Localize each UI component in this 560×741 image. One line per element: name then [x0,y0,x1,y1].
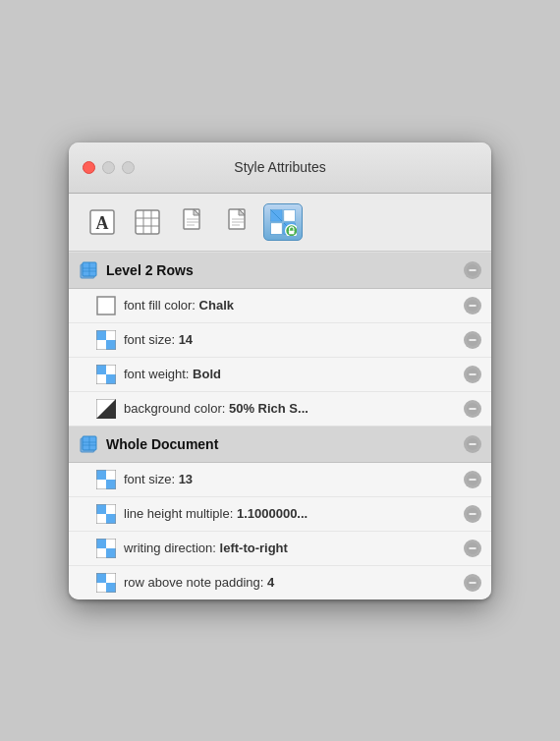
style-attributes-window: Style Attributes A [69,142,491,599]
attr-text-font-weight: font weight: Bold [124,367,456,381]
section-title-wholedoc: Whole Document [106,436,218,452]
attr-text-font-fill-color: font fill color: Chalk [124,298,456,313]
remove-section-level2rows[interactable] [464,261,481,279]
title-bar: Style Attributes [69,142,491,194]
svg-rect-62 [96,480,106,489]
toolbar-btn-style[interactable] [263,203,303,241]
attr-row-writing-direction: writing direction: left-to-right [69,532,491,566]
svg-rect-63 [106,480,116,489]
remove-attr-font-size-13[interactable] [464,471,481,488]
icon-blue-checker-1 [96,330,116,350]
toolbar: A [69,194,491,252]
attr-row-font-weight: font weight: Bold [69,358,491,392]
remove-attr-icon-2 [466,333,479,347]
svg-rect-45 [106,374,116,384]
section-header-left-2: Whole Document [79,434,218,454]
remove-attr-icon [466,299,479,313]
svg-rect-68 [106,504,116,514]
svg-rect-84 [106,583,116,593]
remove-attr-bg-color[interactable] [464,400,481,418]
attr-text-font-size-14: font size: 14 [124,332,456,347]
window-title: Style Attributes [234,159,325,175]
remove-attr-row-above-padding[interactable] [464,574,481,592]
svg-rect-42 [96,365,106,374]
remove-attr-icon-5 [466,473,479,486]
remove-attr-writing-direction[interactable] [464,540,481,557]
remove-attr-font-fill-color[interactable] [464,297,481,314]
svg-rect-32 [97,297,115,314]
attr-text-bg-color: background color: 50% Rich S... [124,401,456,416]
svg-rect-77 [106,548,116,558]
icon-blue-checker-3 [96,470,116,489]
icon-white-square [96,296,116,315]
icon-blue-checker-6 [96,573,116,593]
attr-text-writing-direction: writing direction: left-to-right [124,541,456,555]
svg-rect-61 [106,470,116,480]
svg-rect-44 [96,374,106,384]
svg-rect-74 [96,539,106,548]
svg-rect-2 [136,210,159,234]
svg-rect-18 [284,209,295,220]
toolbar-btn-text[interactable]: A [83,203,122,241]
icon-blue-checker-2 [96,365,116,384]
attr-text-font-size-13: font size: 13 [124,472,456,486]
svg-text:A: A [96,213,109,233]
remove-attr-icon-3 [466,368,479,381]
remove-attr-icon-8 [466,576,479,590]
icon-blue-checker-5 [96,539,116,558]
remove-attr-font-weight[interactable] [464,366,481,383]
toolbar-btn-doc2[interactable] [218,203,257,241]
section-icon-level2rows [79,260,98,280]
icon-blue-checker-4 [96,504,116,524]
icon-diagonal [96,399,116,419]
svg-rect-75 [106,539,116,548]
remove-attr-icon-6 [466,507,479,521]
remove-icon-2 [466,437,479,451]
svg-rect-76 [96,548,106,558]
section-header-left: Level 2 Rows [79,260,194,280]
style-icon [269,208,297,236]
document2-icon [224,208,252,236]
remove-section-wholedoc[interactable] [464,435,481,453]
maximize-button[interactable] [122,161,135,174]
svg-rect-69 [96,514,106,524]
attr-row-font-size-14: font size: 14 [69,323,491,358]
document1-icon [179,208,206,236]
section-level2rows: Level 2 Rows font fill color: C [69,252,491,426]
svg-rect-24 [289,230,294,234]
svg-rect-43 [106,365,116,374]
svg-rect-36 [106,330,116,340]
traffic-lights [83,161,135,174]
attr-row-bg-color: background color: 50% Rich S... [69,392,491,426]
attr-text-row-above-padding: row above note padding: 4 [124,575,456,590]
attr-row-font-size-13: font size: 13 [69,463,491,497]
svg-rect-35 [96,330,106,340]
section-icon-wholedoc [79,434,98,454]
section-title-level2rows: Level 2 Rows [106,262,194,278]
remove-icon [466,263,479,277]
section-header-wholedoc: Whole Document [69,426,491,463]
svg-rect-60 [96,470,106,480]
svg-rect-19 [271,222,282,233]
section-wholedoc: Whole Document [69,426,491,599]
toolbar-btn-doc1[interactable] [173,203,212,241]
toolbar-btn-table[interactable] [128,203,167,241]
remove-attr-line-height[interactable] [464,505,481,523]
content-area: Level 2 Rows font fill color: C [69,252,491,599]
close-button[interactable] [83,161,95,174]
remove-attr-font-size-14[interactable] [464,331,481,349]
svg-rect-38 [106,340,116,350]
svg-rect-37 [96,340,106,350]
svg-rect-83 [96,583,106,593]
attr-text-line-height: line height multiple: 1.1000000... [124,506,456,521]
text-icon: A [88,208,116,236]
svg-rect-81 [96,573,106,583]
attr-row-line-height: line height multiple: 1.1000000... [69,497,491,532]
remove-attr-icon-7 [466,542,479,555]
minimize-button[interactable] [102,161,115,174]
remove-attr-icon-4 [466,402,479,416]
attr-row-row-above-padding: row above note padding: 4 [69,566,491,599]
table-icon [134,208,161,236]
section-header-level2rows: Level 2 Rows [69,252,491,289]
svg-rect-67 [96,504,106,514]
